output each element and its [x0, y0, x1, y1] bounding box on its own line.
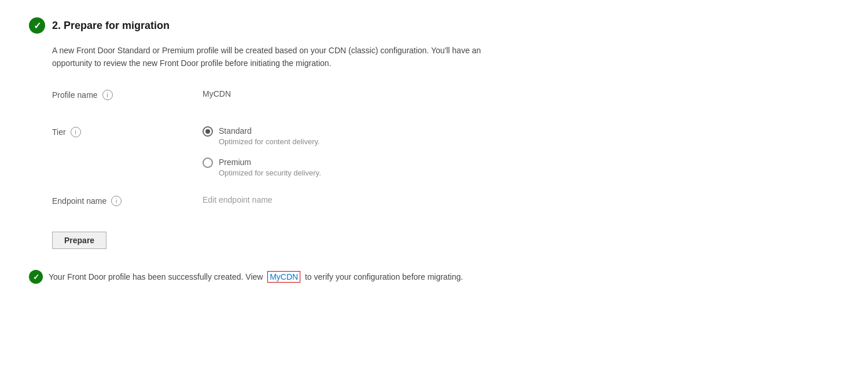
profile-name-value-col: MyCDN: [203, 89, 839, 99]
profile-name-value: MyCDN: [203, 88, 231, 98]
success-text-before: Your Front Door profile has been success…: [49, 272, 263, 281]
success-check-icon: [29, 270, 43, 284]
endpoint-name-value-col: Edit endpoint name: [203, 195, 839, 205]
section-title: 2. Prepare for migration: [52, 20, 170, 32]
tier-info-icon[interactable]: i: [71, 127, 81, 137]
endpoint-name-info-icon[interactable]: i: [111, 196, 122, 206]
profile-name-info-icon[interactable]: i: [102, 90, 113, 100]
tier-standard-desc: Optimized for content delivery.: [219, 137, 320, 147]
success-text-after: to verify your configuration before migr…: [305, 272, 463, 281]
step-check-icon: [29, 17, 45, 34]
tier-premium-name: Premium: [219, 157, 321, 169]
tier-options: Standard Optimized for content delivery.…: [203, 126, 839, 179]
tier-options-col: Standard Optimized for content delivery.…: [203, 126, 839, 179]
tier-option-premium[interactable]: Premium Optimized for security delivery.: [203, 157, 839, 179]
profile-name-label-col: Profile name i: [52, 89, 203, 100]
endpoint-name-label: Endpoint name: [52, 196, 106, 206]
tier-option-standard[interactable]: Standard Optimized for content delivery.: [203, 126, 839, 148]
endpoint-name-row: Endpoint name i Edit endpoint name: [52, 195, 839, 215]
section-header: 2. Prepare for migration: [29, 17, 839, 34]
tier-premium-text: Premium Optimized for security delivery.: [219, 157, 321, 179]
form-container: Profile name i MyCDN Tier i Standard Opt: [52, 89, 839, 216]
tier-standard-text: Standard Optimized for content delivery.: [219, 126, 320, 148]
tier-premium-desc: Optimized for security delivery.: [219, 168, 321, 178]
tier-label-col: Tier i: [52, 126, 203, 137]
success-mycdn-link[interactable]: MyCDN: [267, 271, 300, 283]
tier-standard-name: Standard: [219, 126, 320, 137]
tier-label: Tier: [52, 127, 66, 137]
tier-radio-standard-inner: [205, 129, 210, 134]
endpoint-name-label-col: Endpoint name i: [52, 195, 203, 206]
success-text: Your Front Door profile has been success…: [49, 272, 463, 281]
success-message-row: Your Front Door profile has been success…: [29, 270, 839, 284]
tier-radio-premium[interactable]: [203, 158, 213, 168]
prepare-button[interactable]: Prepare: [52, 232, 106, 249]
profile-name-row: Profile name i MyCDN: [52, 89, 839, 109]
section-description: A new Front Door Standard or Premium pro…: [52, 44, 573, 70]
tier-radio-standard[interactable]: [203, 126, 213, 137]
endpoint-name-placeholder: Edit endpoint name: [203, 194, 273, 204]
profile-name-label: Profile name: [52, 90, 98, 100]
tier-row: Tier i Standard Optimized for content de…: [52, 126, 839, 179]
